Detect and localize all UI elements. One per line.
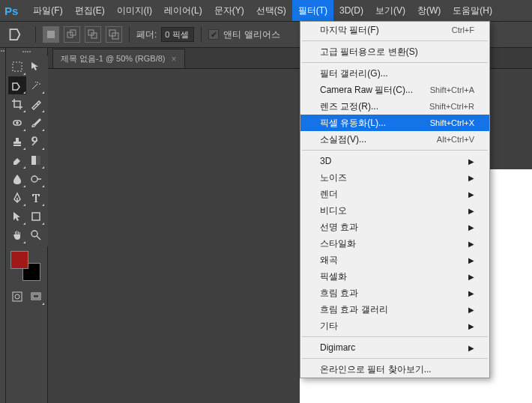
shape-tool[interactable] (27, 207, 45, 225)
menu-convert-smart[interactable]: 고급 필터용으로 변환(S) (300, 43, 489, 60)
submenu-arrow-icon: ▶ (468, 190, 474, 199)
pen-tool[interactable] (8, 189, 26, 207)
separator (201, 26, 202, 43)
selection-subtract-button[interactable] (85, 26, 101, 43)
menu-digimarc[interactable]: Digimarc▶ (300, 339, 489, 356)
svg-point-14 (31, 231, 37, 237)
menu-sharpen[interactable]: 선명 효과▶ (300, 219, 489, 235)
menu-item-label: Digimarc (320, 342, 468, 353)
move-tool[interactable] (27, 58, 45, 76)
menu-item-shortcut: Ctrl+F (452, 25, 474, 34)
tab-close-icon[interactable]: × (172, 54, 177, 64)
menu-item-label: 픽셀 유동화(L)... (320, 117, 430, 130)
menu-filter[interactable]: 필터(T) (292, 0, 333, 21)
brush-tool[interactable] (27, 114, 45, 132)
menu-separator (302, 150, 488, 151)
menu-item-shortcut: Shift+Ctrl+X (430, 118, 474, 127)
marquee-tool[interactable] (8, 58, 26, 76)
path-tool[interactable] (8, 207, 26, 225)
quickmask-tool[interactable] (8, 288, 26, 306)
menu-noise[interactable]: 노이즈▶ (300, 169, 489, 186)
submenu-arrow-icon: ▶ (468, 240, 474, 248)
menu-view[interactable]: 보기(V) (369, 0, 411, 21)
menu-edit[interactable]: 편집(E) (69, 0, 111, 21)
color-swatches[interactable] (10, 251, 40, 281)
menu-browse-online[interactable]: 온라인으로 필터 찾아보기... (300, 361, 489, 378)
menu-stylize[interactable]: 스타일화▶ (300, 235, 489, 252)
menu-image[interactable]: 이미지(I) (111, 0, 158, 21)
menu-item-label: 렌즈 교정(R)... (320, 100, 429, 113)
dodge-tool[interactable] (27, 170, 45, 188)
selection-new-button[interactable] (43, 26, 59, 43)
feather-input[interactable] (161, 27, 194, 42)
menu-last-filter[interactable]: 마지막 필터(F) Ctrl+F (300, 22, 489, 38)
menu-3d[interactable]: 3D▶ (300, 153, 489, 169)
svg-rect-13 (32, 213, 40, 220)
menu-window[interactable]: 창(W) (411, 0, 447, 21)
svg-rect-0 (47, 31, 55, 38)
submenu-arrow-icon: ▶ (468, 207, 474, 215)
tools-panel (6, 48, 48, 403)
menu-video[interactable]: 비디오▶ (300, 202, 489, 219)
menu-item-label: 온라인으로 필터 찾아보기... (320, 363, 474, 376)
menu-other[interactable]: 기타▶ (300, 318, 489, 334)
menu-item-label: 고급 필터용으로 변환(S) (320, 46, 474, 58)
submenu-arrow-icon: ▶ (468, 223, 474, 231)
magic-wand-tool[interactable] (27, 76, 45, 94)
menu-item-label: 소실점(V)... (320, 133, 437, 146)
blur-tool[interactable] (8, 170, 26, 188)
menu-item-label: Camera Raw 필터(C)... (320, 84, 430, 97)
menu-type[interactable]: 문자(Y) (208, 0, 250, 21)
selection-intersect-button[interactable] (106, 26, 122, 43)
menu-item-label: 비디오 (320, 204, 468, 217)
eraser-tool[interactable] (8, 151, 26, 169)
current-tool-icon[interactable] (7, 24, 28, 45)
stamp-tool[interactable] (8, 133, 26, 151)
menu-file[interactable]: 파일(F) (27, 0, 68, 21)
submenu-arrow-icon: ▶ (468, 306, 474, 314)
type-tool[interactable] (27, 189, 45, 207)
healing-tool[interactable] (8, 114, 26, 132)
menu-3d[interactable]: 3D(D) (333, 0, 369, 21)
menu-separator (302, 336, 488, 337)
svg-rect-18 (33, 294, 39, 298)
document-tab[interactable]: 제목 없음-1 @ 50% (RGB/8) × (52, 49, 185, 68)
menu-vanishing-point[interactable]: 소실점(V)...Alt+Ctrl+V (300, 131, 489, 148)
menu-item-label: 3D (320, 156, 468, 166)
menu-select[interactable]: 선택(S) (250, 0, 292, 21)
menu-pixelate[interactable]: 픽셀화▶ (300, 268, 489, 285)
hand-tool[interactable] (8, 226, 26, 244)
menu-item-label: 스타일화 (320, 237, 468, 250)
foreground-color[interactable] (10, 251, 28, 269)
menu-item-label: 왜곡 (320, 254, 468, 267)
menu-blur-gallery[interactable]: 흐림 효과 갤러리▶ (300, 301, 489, 318)
menu-item-label: 마지막 필터(F) (320, 24, 452, 37)
svg-point-16 (15, 294, 19, 299)
selection-add-button[interactable] (64, 26, 80, 43)
panel-handle[interactable] (0, 48, 6, 403)
menu-distort[interactable]: 왜곡▶ (300, 252, 489, 268)
menu-help[interactable]: 도움말(H) (447, 0, 498, 21)
menu-item-label: 선명 효과 (320, 221, 468, 234)
menu-liquify[interactable]: 픽셀 유동화(L)...Shift+Ctrl+X (300, 115, 489, 131)
menu-render[interactable]: 렌더▶ (300, 186, 489, 202)
menu-separator (302, 358, 488, 359)
antialias-checkbox[interactable]: ✔ (208, 29, 219, 40)
crop-tool[interactable] (8, 95, 26, 113)
feather-label: 페더: (136, 28, 157, 41)
menu-lens-correction[interactable]: 렌즈 교정(R)...Shift+Ctrl+R (300, 98, 489, 115)
menu-separator (302, 62, 488, 63)
screenmode-tool[interactable] (27, 288, 45, 306)
menu-item-shortcut: Alt+Ctrl+V (437, 135, 474, 144)
menu-blur[interactable]: 흐림 효과▶ (300, 285, 489, 301)
history-brush-tool[interactable] (27, 133, 45, 151)
menu-filter-gallery[interactable]: 필터 갤러리(G)... (300, 65, 489, 82)
gradient-tool[interactable] (27, 151, 45, 169)
menu-camera-raw[interactable]: Camera Raw 필터(C)...Shift+Ctrl+A (300, 82, 489, 98)
app-logo: Ps (4, 4, 18, 17)
zoom-tool[interactable] (27, 226, 45, 244)
lasso-tool[interactable] (8, 76, 26, 94)
eyedropper-tool[interactable] (27, 95, 45, 113)
menu-layer[interactable]: 레이어(L) (158, 0, 208, 21)
submenu-arrow-icon: ▶ (468, 157, 474, 166)
